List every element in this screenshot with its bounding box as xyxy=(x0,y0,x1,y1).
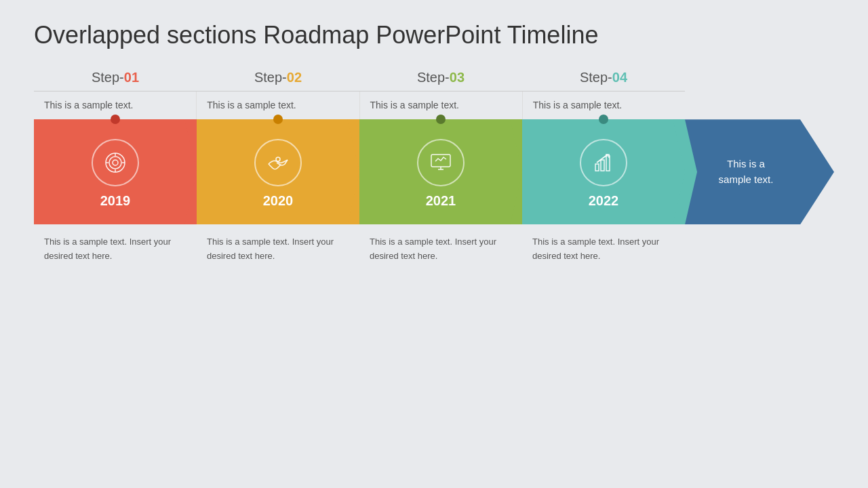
bottom-text-row: This is a sample text. Insert your desir… xyxy=(34,230,685,269)
svg-point-7 xyxy=(276,157,280,161)
icon-circle-3 xyxy=(417,139,465,186)
target-icon xyxy=(103,150,127,175)
icon-circle-4 xyxy=(580,139,627,186)
year-2021: 2021 xyxy=(426,193,456,209)
year-2022: 2022 xyxy=(589,193,619,209)
connector-dot-4 xyxy=(599,115,608,124)
bottom-text-1: This is a sample text. Insert your desir… xyxy=(34,230,197,269)
middle-row: 2019 2020 xyxy=(34,119,834,224)
svg-rect-13 xyxy=(606,156,610,171)
monitor-icon xyxy=(429,150,453,175)
connector-dot-1 xyxy=(111,115,120,124)
svg-rect-11 xyxy=(595,164,599,171)
bottom-text-2: This is a sample text. Insert your desir… xyxy=(197,230,359,269)
step-block-2: 2020 xyxy=(197,119,359,224)
arrow-text: This is asample text. xyxy=(719,157,774,187)
page-title: Overlapped sections Roadmap PowerPoint T… xyxy=(34,20,598,49)
bottom-text-4: This is a sample text. Insert your desir… xyxy=(522,230,685,269)
year-2020: 2020 xyxy=(263,193,294,209)
icon-circle-1 xyxy=(92,139,139,186)
year-2019: 2019 xyxy=(100,193,131,209)
connector-dot-2 xyxy=(273,115,283,124)
step-label-1: Step-01 xyxy=(34,70,197,91)
timeline-container: Step-01 Step-02 Step-03 Step-04 This is … xyxy=(34,70,834,269)
chart-icon xyxy=(591,150,616,175)
top-text-row: This is a sample text. This is a sample … xyxy=(34,91,685,119)
icon-circle-2 xyxy=(254,139,302,186)
arrow-block: This is asample text. xyxy=(685,119,834,224)
step-block-4: 2022 xyxy=(522,119,685,224)
bottom-text-3: This is a sample text. Insert your desir… xyxy=(359,230,522,269)
svg-point-0 xyxy=(106,153,125,172)
step-block-3: 2021 xyxy=(359,119,522,224)
step-label-3: Step-03 xyxy=(359,70,522,91)
svg-rect-12 xyxy=(601,160,604,171)
step-label-4: Step-04 xyxy=(522,70,685,91)
svg-point-1 xyxy=(109,157,121,169)
step-block-1: 2019 xyxy=(34,119,197,224)
step-label-2: Step-02 xyxy=(197,70,359,91)
handshake-icon xyxy=(266,150,290,175)
connector-dot-3 xyxy=(436,115,446,124)
svg-point-2 xyxy=(113,160,118,165)
step-labels-row: Step-01 Step-02 Step-03 Step-04 xyxy=(34,70,685,91)
